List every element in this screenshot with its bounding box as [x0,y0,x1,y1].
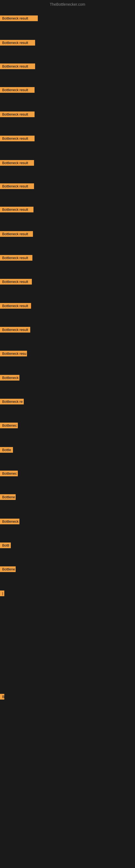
bottleneck-result-label: Bottleneck [0,519,19,524]
bottleneck-result-label: Bottleneck result [0,63,35,69]
bottleneck-result-label: Bottleneck result [0,207,34,212]
bottleneck-result-label: Bottlenec [0,471,18,476]
bottleneck-row: Bottleneck result [0,279,32,286]
bottleneck-row: Bottlene [0,566,16,573]
bottleneck-row: Bottleneck result [0,183,34,190]
site-header: TheBottlenecker.com [0,0,135,8]
bottleneck-row: Bottleneck result [0,87,35,94]
bottleneck-result-label: Bottl [0,542,11,548]
bottleneck-row: Bottleneck [0,375,19,382]
bottleneck-result-label: Bottleneck result [0,40,35,45]
bottleneck-row: Bottleneck result [0,16,38,22]
bottleneck-result-label: Bottlenec [0,423,18,428]
bottleneck-result-label: Bottleneck result [0,160,34,166]
bottleneck-result-label: Bottleneck [0,375,19,380]
bottleneck-result-label: Bottlene [0,566,16,572]
bottleneck-result-label: | [0,590,4,596]
bottleneck-result-label: Bottleneck result [0,135,35,141]
bottleneck-row: Bottl [0,542,11,549]
site-title: TheBottlenecker.com [50,2,85,6]
bottleneck-row: Bottleneck re [0,399,24,405]
bottleneck-result-label: Bottleneck result [0,303,31,309]
bottleneck-result-label: Bottleneck result [0,87,35,93]
bottleneck-row: Bottlenec [0,423,18,429]
bottleneck-row: Bottleneck result [0,160,34,167]
bottleneck-result-label: Bottleneck resu [0,351,27,356]
bottleneck-result-label: Bottleneck result [0,255,32,261]
bottleneck-row: Bottleneck result [0,40,35,46]
bottleneck-row: | [0,590,4,597]
bottleneck-row: Bottle [0,447,13,454]
bottleneck-result-label: Bottleneck result [0,16,38,21]
bottleneck-row: Bottleneck resu [0,351,27,358]
bottleneck-row: Bottleneck result [0,303,31,310]
bottleneck-row: Bottleneck [0,519,19,525]
bottleneck-row: Bottleneck result [0,112,35,118]
bottleneck-result-label: Bottleneck result [0,327,30,333]
bottleneck-row: Bottleneck result [0,231,33,238]
bottleneck-row: Bottleneck result [0,135,35,143]
bottleneck-result-label: Bottle [0,447,13,453]
bottleneck-result-label: Bottleneck re [0,399,24,404]
bottleneck-row: Bottleneck result [0,327,30,334]
bottleneck-row: Bottleneck result [0,207,34,214]
bottleneck-result-label: Bottleneck result [0,279,32,284]
bottleneck-row: Bottlene [0,494,16,501]
bottleneck-result-label: Bottleneck result [0,112,35,117]
bottleneck-result-label: Bottlene [0,494,16,500]
bottleneck-result-label: Bottleneck result [0,183,34,189]
bottleneck-row: Bottleneck result [0,63,35,70]
bottleneck-row: Bottlenec [0,471,18,477]
bottleneck-row: B [0,694,4,701]
bottleneck-result-label: Bottleneck result [0,231,33,237]
bottleneck-row: Bottleneck result [0,255,32,262]
bottleneck-result-label: B [0,694,4,700]
